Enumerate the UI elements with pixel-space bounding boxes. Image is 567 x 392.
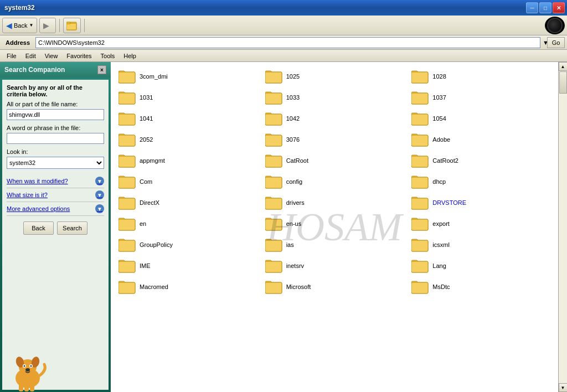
back-label: Back [14, 22, 27, 29]
menu-file[interactable]: File [2, 51, 21, 60]
what-size-expander[interactable]: What size is it? ▼ [7, 188, 104, 202]
list-item[interactable]: ias [262, 235, 408, 255]
folder-view-button[interactable] [63, 18, 81, 33]
list-item[interactable]: 1037 [408, 87, 554, 107]
list-item[interactable]: DirectX [115, 193, 261, 213]
list-item[interactable]: appmgmt [115, 151, 261, 171]
phrase-input[interactable] [7, 133, 104, 144]
lookin-label: Look in: [7, 148, 104, 155]
list-item[interactable]: config [262, 172, 408, 192]
address-input[interactable] [35, 37, 540, 48]
list-item[interactable]: drivers [262, 193, 408, 213]
list-item[interactable]: 3com_dmi [115, 66, 261, 86]
list-item[interactable]: CatRoot2 [408, 151, 554, 171]
forward-button[interactable]: ▶ [39, 18, 56, 33]
menu-tools[interactable]: Tools [96, 51, 120, 60]
when-modified-expander[interactable]: When was it modified? ▼ [7, 174, 104, 188]
list-item[interactable]: 1054 [408, 109, 554, 128]
folder-icon [411, 174, 429, 189]
list-item[interactable]: 1031 [115, 87, 261, 107]
list-item[interactable]: 1028 [408, 66, 554, 86]
list-item[interactable]: Adobe [408, 130, 554, 149]
list-item[interactable]: icsxml [408, 235, 554, 255]
menu-view[interactable]: View [40, 51, 63, 60]
toolbar-separator-2 [84, 19, 85, 32]
filename-input[interactable] [7, 109, 104, 120]
folder-icon [411, 237, 429, 252]
file-name: export [432, 220, 450, 227]
go-button[interactable]: Go [547, 37, 565, 48]
back-arrow-icon: ◀ [6, 21, 12, 30]
file-area: HOSAM 3com_dmi 1025 1028 1031 1033 1037 … [111, 62, 558, 392]
back-dropdown-icon[interactable]: ▼ [29, 23, 33, 28]
list-item[interactable]: 3076 [262, 130, 408, 149]
list-item[interactable]: IME [115, 256, 261, 276]
list-item[interactable]: 2052 [115, 130, 261, 149]
folder-icon [265, 132, 283, 147]
window-controls: ─ □ ✕ [526, 2, 565, 13]
list-item[interactable]: MsDtc [408, 277, 554, 297]
file-grid: 3com_dmi 1025 1028 1031 1033 1037 1041 1… [115, 66, 554, 297]
file-name: Com [140, 178, 152, 185]
folder-icon [265, 111, 283, 126]
scrollbar-thumb[interactable] [559, 71, 567, 94]
list-item[interactable]: CatRoot [262, 151, 408, 171]
scrollbar-up-button[interactable]: ▲ [559, 62, 568, 71]
folder-icon [265, 279, 283, 295]
more-options-expander[interactable]: More advanced options ▼ [7, 202, 104, 216]
file-name: config [286, 178, 302, 185]
menu-edit[interactable]: Edit [21, 51, 40, 60]
list-item[interactable]: 1025 [262, 66, 408, 86]
svg-rect-1 [66, 23, 76, 30]
folder-icon [118, 279, 136, 295]
folder-icon [411, 132, 429, 147]
file-name: IME [140, 262, 151, 269]
close-button[interactable]: ✕ [553, 2, 565, 13]
list-item[interactable]: en-us [262, 214, 408, 234]
file-name: en-us [286, 220, 302, 227]
svg-rect-13 [24, 384, 29, 391]
file-name: 3076 [286, 136, 300, 143]
folder-icon [118, 132, 136, 147]
list-item[interactable]: DRVSTORE [408, 193, 554, 213]
file-name: 1025 [286, 73, 300, 80]
maximize-button[interactable]: □ [539, 2, 551, 13]
search-panel-close-button[interactable]: × [97, 65, 106, 74]
minimize-button[interactable]: ─ [526, 2, 538, 13]
scrollbar-down-button[interactable]: ▼ [559, 383, 568, 392]
list-item[interactable]: 1041 [115, 109, 261, 128]
back-button[interactable]: ◀ Back ▼ [2, 18, 37, 33]
menu-favorites[interactable]: Favorites [62, 51, 96, 60]
folder-icon [411, 195, 429, 210]
folder-icon [118, 216, 136, 231]
list-item[interactable]: Lang [408, 256, 554, 276]
back-button-search[interactable]: Back [23, 221, 54, 235]
address-arrow-icon: ▼ [543, 39, 545, 46]
list-item[interactable]: Macromed [115, 277, 261, 297]
list-item[interactable]: Com [115, 172, 261, 192]
app-logo [545, 17, 565, 34]
lookin-select[interactable]: system32 Local Hard Drives My Computer [7, 157, 104, 169]
file-name: 1037 [432, 94, 446, 101]
search-button[interactable]: Search [57, 221, 87, 235]
list-item[interactable]: 1033 [262, 87, 408, 107]
toolbar: ◀ Back ▼ ▶ [0, 16, 567, 35]
file-name: MsDtc [432, 283, 450, 290]
search-panel-header: Search Companion × [0, 62, 111, 78]
folder-icon [411, 279, 429, 295]
folder-icon [265, 237, 283, 252]
file-name: DRVSTORE [432, 199, 466, 206]
list-item[interactable]: dhcp [408, 172, 554, 192]
dog-mascot [6, 348, 50, 392]
file-name: 3com_dmi [140, 73, 168, 80]
folder-icon [265, 195, 283, 210]
list-item[interactable]: export [408, 214, 554, 234]
list-item[interactable]: 1042 [262, 109, 408, 128]
menu-help[interactable]: Help [119, 51, 141, 60]
list-item[interactable]: inetsrv [262, 256, 408, 276]
svg-rect-14 [30, 384, 34, 391]
file-name: GroupPolicy [140, 241, 173, 248]
list-item[interactable]: Microsoft [262, 277, 408, 297]
list-item[interactable]: GroupPolicy [115, 235, 261, 255]
list-item[interactable]: en [115, 214, 261, 234]
